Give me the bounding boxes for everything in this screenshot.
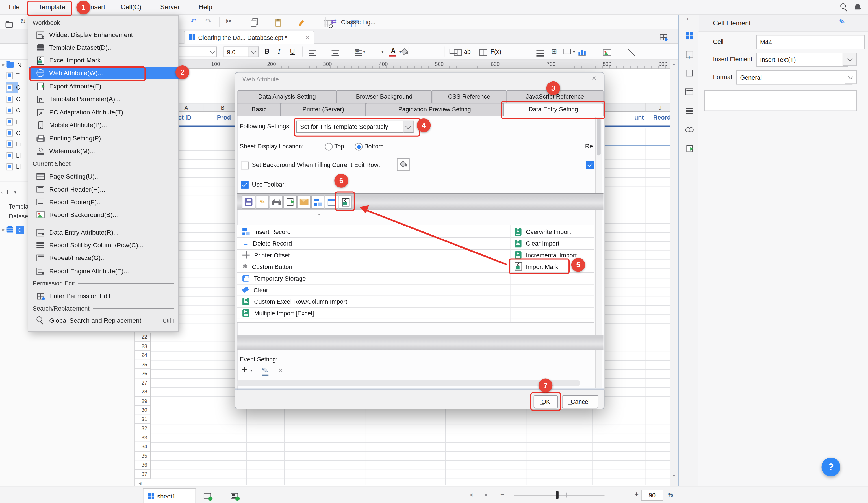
copy-icon[interactable]: [251, 20, 257, 26]
toolbar-save-button[interactable]: [242, 195, 255, 208]
close-tab-icon[interactable]: ×: [306, 33, 309, 41]
sheet-header-product[interactable]: Prod: [217, 114, 231, 120]
zoom-slider-track[interactable]: [514, 495, 604, 496]
tab-pagination-preview-setting[interactable]: Pagination Preview Setting: [366, 103, 503, 117]
menu-item-repeat-freeze[interactable]: Repeat/Freeze(G)...: [29, 252, 182, 264]
menu-file[interactable]: File: [3, 0, 25, 15]
font-color-dropdown-icon[interactable]: ▼: [399, 50, 402, 54]
caret-icon[interactable]: ▶: [0, 62, 7, 67]
style-switch-icon[interactable]: ⇄: [331, 18, 337, 25]
next-sheet-icon[interactable]: ▶: [485, 493, 488, 497]
fill-color-icon[interactable]: [401, 49, 408, 56]
row-number[interactable]: 36: [135, 460, 150, 469]
add-grid-sheet-icon[interactable]: [204, 493, 211, 499]
tab-browser-background[interactable]: Browser Background: [337, 90, 432, 104]
row-number[interactable]: 29: [135, 397, 150, 406]
list-item-custom-button[interactable]: ✱Custom Button: [237, 260, 510, 273]
dialog-scrollbar-thumb[interactable]: [597, 118, 601, 155]
sheet-vertical-scrollbar[interactable]: ▲ ▼: [670, 60, 678, 486]
redo-icon[interactable]: ↷: [205, 17, 211, 25]
paragraph-icon[interactable]: [536, 50, 544, 57]
toolbar-print-button[interactable]: [270, 195, 283, 208]
row-number[interactable]: 25: [135, 360, 150, 369]
row-number[interactable]: 28: [135, 388, 150, 397]
font-size-select[interactable]: 9.0: [224, 47, 249, 57]
scroll-down-icon[interactable]: ▼: [672, 474, 676, 478]
menu-item-report-footer[interactable]: Report Footer(F)...: [29, 196, 182, 208]
prev-sheet-icon[interactable]: ◀: [469, 493, 473, 497]
font-color-button[interactable]: A: [391, 47, 395, 54]
fill-dropdown-icon[interactable]: ▼: [381, 50, 384, 54]
add-dataset-button[interactable]: +▼: [6, 188, 10, 196]
menu-item-data-entry-attribute[interactable]: Data Entry Attribute(R)...: [29, 226, 182, 238]
menu-help[interactable]: Help: [193, 0, 218, 15]
row-number[interactable]: 33: [135, 433, 150, 442]
toolbar-import-mark-button[interactable]: [339, 195, 352, 208]
refresh-icon[interactable]: ↻: [20, 17, 26, 25]
menu-item-report-engine-attribute[interactable]: Report Engine Attribute(E)...: [29, 265, 182, 277]
chart-icon[interactable]: [579, 49, 586, 56]
widget-box-icon[interactable]: [450, 49, 457, 54]
control-dropdown-icon[interactable]: ▼: [572, 50, 576, 54]
background-color-button[interactable]: [397, 158, 410, 171]
scroll-left-icon[interactable]: ◀: [138, 482, 142, 486]
format-painter-icon[interactable]: [298, 20, 304, 27]
search-icon[interactable]: [840, 3, 848, 11]
row-number[interactable]: 23: [135, 342, 150, 351]
insert-element-dropdown-icon[interactable]: [843, 53, 857, 66]
menu-template[interactable]: Template: [33, 0, 71, 15]
zoom-out-button[interactable]: −: [500, 490, 505, 498]
hyperlink-tab[interactable]: [684, 125, 694, 134]
ab-button[interactable]: ab: [464, 48, 471, 54]
undo-icon[interactable]: ↶: [190, 17, 196, 25]
row-number[interactable]: 26: [135, 369, 150, 378]
row-number[interactable]: 31: [135, 415, 150, 424]
menu-item-template-dataset[interactable]: Template Dataset(D)...: [29, 42, 182, 54]
image-icon[interactable]: [603, 49, 611, 56]
move-up-icon[interactable]: ↑: [317, 211, 321, 219]
cell-reference-input[interactable]: M44: [756, 35, 865, 49]
move-down-icon[interactable]: ↓: [317, 325, 321, 333]
menu-item-enter-permission-edit[interactable]: Enter Permission Edit: [29, 290, 182, 302]
style-selector[interactable]: Classic Lig...: [341, 19, 375, 25]
float-element-tab[interactable]: [684, 68, 694, 78]
borders-icon[interactable]: ⊞: [354, 48, 360, 55]
set-background-checkbox[interactable]: [241, 162, 248, 169]
collapse-panel-icon[interactable]: ‹: [1, 190, 3, 196]
tab-basic[interactable]: Basic: [237, 103, 281, 117]
cell-attribute-tab[interactable]: [684, 49, 694, 59]
new-folder-icon[interactable]: [6, 22, 13, 28]
format-select[interactable]: General: [736, 70, 852, 85]
control-box-icon[interactable]: [564, 49, 570, 54]
menu-item-report-background[interactable]: Report Background(B)...: [29, 208, 182, 221]
menu-item-web-attribute[interactable]: Web Attribute(W)...: [29, 67, 182, 79]
condition-attribute-tab[interactable]: [684, 106, 694, 115]
mobile-tab[interactable]: [684, 143, 694, 153]
tab-data-entry-setting[interactable]: Data Entry Setting: [503, 103, 603, 117]
list-item-printer-offset[interactable]: Printer Offset: [237, 249, 510, 261]
menu-item-widget-display-enhancement[interactable]: Widget Display Enhancement: [29, 29, 182, 41]
menu-item-report-split[interactable]: Report Split by Column/Row(C)...: [29, 239, 182, 251]
add-form-sheet-icon[interactable]: [231, 493, 238, 499]
insert-element-select[interactable]: Insert Text(T): [756, 53, 848, 67]
sheet-tab[interactable]: sheet1: [143, 488, 196, 503]
list-item-overwrite-import[interactable]: Overwrite Import: [510, 226, 594, 238]
italic-button[interactable]: I: [278, 48, 280, 56]
menu-server[interactable]: Server: [155, 0, 185, 15]
tab-data-analysis-setting[interactable]: Data Analysis Setting: [237, 90, 337, 104]
row-number[interactable]: 22: [135, 332, 150, 342]
column-letter-b[interactable]: B: [221, 104, 225, 112]
zoom-in-button[interactable]: +: [634, 490, 639, 498]
row-number[interactable]: 32: [135, 424, 150, 433]
delete-event-icon[interactable]: ×: [278, 366, 283, 374]
toolbar-window-button[interactable]: [325, 195, 338, 208]
menu-item-excel-import-mark[interactable]: Excel Import Mark...: [29, 54, 182, 66]
radio-bottom[interactable]: [355, 143, 362, 150]
font-size-dropdown-icon[interactable]: [249, 47, 259, 57]
unmerge-cells-icon[interactable]: [479, 49, 487, 56]
menu-item-printing-setting[interactable]: Printing Setting(P)...: [29, 132, 182, 144]
document-tab[interactable]: Clearing the Da... Database.cpt * ×: [184, 31, 314, 44]
zoom-slider-thumb[interactable]: [556, 491, 559, 499]
cancel-button[interactable]: Cancel: [562, 395, 598, 408]
add-event-dropdown-icon[interactable]: ▼: [250, 369, 253, 372]
